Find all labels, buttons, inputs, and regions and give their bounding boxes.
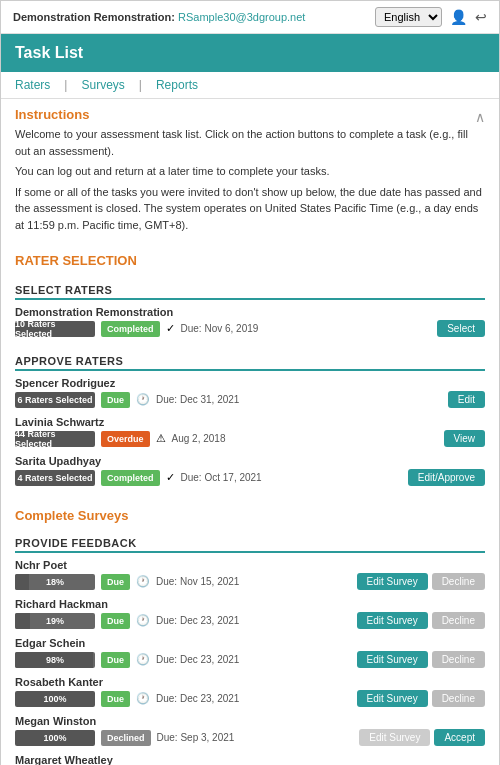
- select-raters-subsection: SELECT RATERS Demonstration Remonstratio…: [1, 280, 499, 351]
- top-bar: Demonstration Remonstration: RSample30@3…: [1, 1, 499, 34]
- page-container: Demonstration Remonstration: RSample30@3…: [0, 0, 500, 765]
- survey-item-nchr: Nchr Poet 18% Due 🕐 Due: Nov 15, 2021 Ed…: [15, 559, 485, 590]
- edit-approve-button-sarita[interactable]: Edit/Approve: [408, 469, 485, 486]
- progress-bar-lavinia: 44 Raters Selected: [15, 431, 95, 447]
- decline-button-richard[interactable]: Decline: [432, 612, 485, 629]
- status-badge-spencer: Due: [101, 392, 130, 408]
- rater-name-lavinia: Lavinia Schwartz: [15, 416, 485, 428]
- edit-survey-button-edgar[interactable]: Edit Survey: [357, 651, 428, 668]
- decline-button-rosabeth[interactable]: Decline: [432, 690, 485, 707]
- instructions-title: Instructions: [15, 107, 89, 122]
- rater-selection-section: RATER SELECTION: [1, 245, 499, 280]
- rater-row-sarita: 4 Raters Selected Completed ✓ Due: Oct 1…: [15, 469, 485, 486]
- instructions-para-2: You can log out and return at a later ti…: [15, 163, 485, 180]
- survey-name-nchr: Nchr Poet: [15, 559, 485, 571]
- rater-row-spencer: 6 Raters Selected Due 🕐 Due: Dec 31, 202…: [15, 391, 485, 408]
- due-date-richard: Due: Dec 23, 2021: [156, 615, 350, 626]
- chevron-up-icon[interactable]: ∧: [475, 109, 485, 125]
- survey-row-nchr: 18% Due 🕐 Due: Nov 15, 2021 Edit Survey …: [15, 573, 485, 590]
- actions-nchr: Edit Survey Decline: [357, 573, 486, 590]
- survey-item-megan: Megan Winston 100% Declined Due: Sep 3, …: [15, 715, 485, 746]
- select-raters-title: SELECT RATERS: [15, 284, 485, 300]
- help-icon-button[interactable]: ↩: [475, 9, 487, 25]
- status-badge-edgar: Due: [101, 652, 130, 668]
- clock-icon-edgar: 🕐: [136, 653, 150, 666]
- instructions-title-row: Instructions ∧: [15, 107, 485, 126]
- progress-bar-richard: 19%: [15, 613, 95, 629]
- status-badge-megan: Declined: [101, 730, 151, 746]
- warning-icon-lavinia: ⚠: [156, 432, 166, 445]
- progress-bar-sarita: 4 Raters Selected: [15, 470, 95, 486]
- progress-bar-spencer: 6 Raters Selected: [15, 392, 95, 408]
- user-email: RSample30@3dgroup.net: [178, 11, 305, 23]
- instructions-section: Instructions ∧ Welcome to your assessmen…: [1, 99, 499, 245]
- progress-label-megan: 100%: [15, 730, 95, 746]
- progress-label-rosabeth: 100%: [15, 691, 95, 707]
- rater-name-sarita: Sarita Upadhyay: [15, 455, 485, 467]
- decline-button-nchr[interactable]: Decline: [432, 573, 485, 590]
- survey-item-edgar: Edgar Schein 98% Due 🕐 Due: Dec 23, 2021…: [15, 637, 485, 668]
- survey-item-margaret: Margaret Wheatley 50% Completed ✓ Due: D…: [15, 754, 485, 765]
- edit-survey-button-nchr[interactable]: Edit Survey: [357, 573, 428, 590]
- task-list-title: Task List: [15, 44, 83, 61]
- survey-name-edgar: Edgar Schein: [15, 637, 485, 649]
- demo-title: Demonstration Remonstration: RSample30@3…: [13, 11, 305, 23]
- instructions-para-3: If some or all of the tasks you were inv…: [15, 184, 485, 234]
- rater-row-demo: 10 Raters Selected Completed ✓ Due: Nov …: [15, 320, 485, 337]
- survey-name-rosabeth: Rosabeth Kanter: [15, 676, 485, 688]
- instructions-para-1: Welcome to your assessment task list. Cl…: [15, 126, 485, 159]
- view-button-lavinia[interactable]: View: [444, 430, 486, 447]
- progress-label-lavinia: 44 Raters Selected: [15, 431, 95, 447]
- accept-button-megan[interactable]: Accept: [434, 729, 485, 746]
- progress-bar-nchr: 18%: [15, 574, 95, 590]
- progress-label-nchr: 18%: [15, 574, 95, 590]
- survey-item-rosabeth: Rosabeth Kanter 100% Due 🕐 Due: Dec 23, …: [15, 676, 485, 707]
- due-date-edgar: Due: Dec 23, 2021: [156, 654, 350, 665]
- survey-row-edgar: 98% Due 🕐 Due: Dec 23, 2021 Edit Survey …: [15, 651, 485, 668]
- progress-label-edgar: 98%: [15, 652, 95, 668]
- nav-tab-surveys[interactable]: Surveys: [81, 78, 124, 92]
- complete-surveys-section: Complete Surveys: [1, 500, 499, 533]
- approve-raters-title: APPROVE RATERS: [15, 355, 485, 371]
- edit-button-spencer[interactable]: Edit: [448, 391, 485, 408]
- progress-label-richard: 19%: [15, 613, 95, 629]
- status-badge-richard: Due: [101, 613, 130, 629]
- decline-button-edgar[interactable]: Decline: [432, 651, 485, 668]
- nav-tab-raters[interactable]: Raters: [15, 78, 50, 92]
- status-badge-rosabeth: Due: [101, 691, 130, 707]
- progress-bar-edgar: 98%: [15, 652, 95, 668]
- edit-survey-button-richard[interactable]: Edit Survey: [357, 612, 428, 629]
- edit-survey-button-rosabeth[interactable]: Edit Survey: [357, 690, 428, 707]
- survey-row-megan: 100% Declined Due: Sep 3, 2021 Edit Surv…: [15, 729, 485, 746]
- profile-icon-button[interactable]: 👤: [450, 9, 467, 25]
- actions-megan: Edit Survey Accept: [359, 729, 485, 746]
- edit-survey-button-megan[interactable]: Edit Survey: [359, 729, 430, 746]
- provide-feedback-subsection: PROVIDE FEEDBACK Nchr Poet 18% Due 🕐 Due…: [1, 533, 499, 765]
- check-icon-demo: ✓: [166, 322, 175, 335]
- survey-name-margaret: Margaret Wheatley: [15, 754, 485, 765]
- actions-rosabeth: Edit Survey Decline: [357, 690, 486, 707]
- rater-selection-title: RATER SELECTION: [15, 253, 485, 268]
- rater-name-demo: Demonstration Remonstration: [15, 306, 485, 318]
- due-date-megan: Due: Sep 3, 2021: [157, 732, 354, 743]
- rater-name-spencer: Spencer Rodriguez: [15, 377, 485, 389]
- survey-row-richard: 19% Due 🕐 Due: Dec 23, 2021 Edit Survey …: [15, 612, 485, 629]
- progress-label-demo: 10 Raters Selected: [15, 321, 95, 337]
- clock-icon-nchr: 🕐: [136, 575, 150, 588]
- complete-surveys-title: Complete Surveys: [15, 508, 485, 523]
- survey-row-rosabeth: 100% Due 🕐 Due: Dec 23, 2021 Edit Survey…: [15, 690, 485, 707]
- check-icon-sarita: ✓: [166, 471, 175, 484]
- actions-edgar: Edit Survey Decline: [357, 651, 486, 668]
- due-date-spencer: Due: Dec 31, 2021: [156, 394, 442, 405]
- due-date-nchr: Due: Nov 15, 2021: [156, 576, 350, 587]
- clock-icon-rosabeth: 🕐: [136, 692, 150, 705]
- actions-richard: Edit Survey Decline: [357, 612, 486, 629]
- clock-icon-spencer: 🕐: [136, 393, 150, 406]
- task-list-header: Task List: [1, 34, 499, 72]
- language-select[interactable]: English: [375, 7, 442, 27]
- approve-rater-item-3: Sarita Upadhyay 4 Raters Selected Comple…: [15, 455, 485, 486]
- due-date-demo: Due: Nov 6, 2019: [181, 323, 432, 334]
- status-badge-nchr: Due: [101, 574, 130, 590]
- select-button-demo[interactable]: Select: [437, 320, 485, 337]
- nav-tab-reports[interactable]: Reports: [156, 78, 198, 92]
